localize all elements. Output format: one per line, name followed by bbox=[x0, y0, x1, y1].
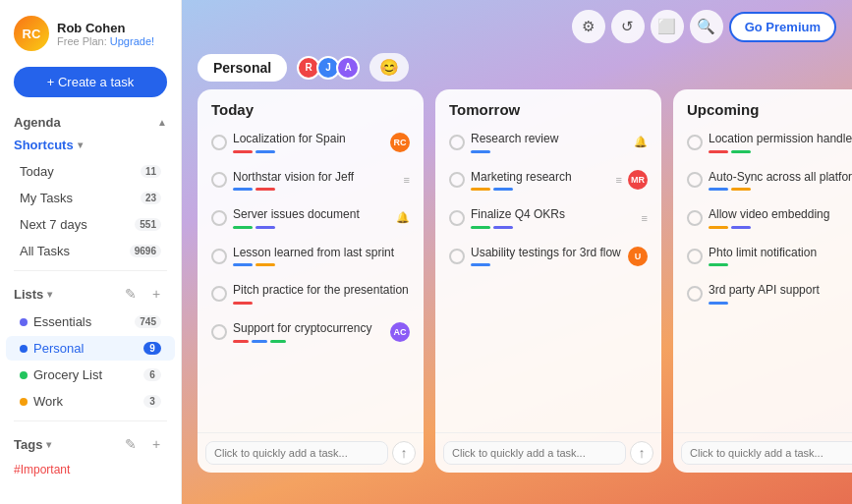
task-tags bbox=[471, 150, 628, 153]
upgrade-link[interactable]: Upgrade! bbox=[110, 35, 154, 47]
task-tags bbox=[471, 263, 622, 266]
board-avatars: R J A bbox=[297, 56, 360, 80]
task-avatar: U bbox=[628, 247, 648, 266]
task-checkbox[interactable] bbox=[687, 286, 703, 302]
edit-lists-button[interactable]: ✎ bbox=[120, 283, 142, 305]
go-premium-button[interactable]: Go Premium bbox=[729, 12, 836, 42]
add-tomorrow-task-button[interactable]: ↑ bbox=[630, 441, 653, 465]
task-item[interactable]: Server issues document 🔔 bbox=[205, 201, 416, 240]
task-label: Lesson learned from last sprint bbox=[233, 246, 410, 261]
task-item[interactable]: Pitch practice for the presentation bbox=[205, 277, 416, 315]
task-checkbox[interactable] bbox=[449, 135, 465, 150]
task-checkbox[interactable] bbox=[211, 324, 227, 340]
board-header: Personal R J A 😊 bbox=[182, 53, 852, 89]
task-label: Phto limit notification bbox=[709, 246, 852, 261]
task-tags bbox=[471, 188, 610, 191]
bell-icon: 🔔 bbox=[634, 136, 648, 148]
attachment-icon: ≡ bbox=[642, 212, 648, 224]
task-checkbox[interactable] bbox=[449, 172, 465, 188]
add-tag-button[interactable]: + bbox=[145, 433, 167, 455]
task-label: Allow video embedding bbox=[709, 207, 852, 223]
add-list-button[interactable]: + bbox=[145, 283, 167, 305]
task-checkbox[interactable] bbox=[211, 249, 227, 264]
search-icon-button[interactable]: 🔍 bbox=[690, 10, 723, 43]
task-label: 3rd party API support bbox=[709, 283, 852, 299]
personal-dot bbox=[20, 345, 28, 353]
profile-plan: Free Plan: Upgrade! bbox=[57, 35, 154, 47]
task-item[interactable]: Localization for Spain RC bbox=[205, 126, 416, 164]
sidebar-item-next-7-days[interactable]: Next 7 days 551 bbox=[6, 212, 175, 237]
task-checkbox[interactable] bbox=[211, 172, 227, 188]
main-content: ⚙ ↺ ⬜ 🔍 Go Premium Personal R J A 😊 Toda… bbox=[182, 0, 852, 504]
essentials-dot bbox=[20, 318, 28, 326]
task-avatar: MR bbox=[628, 170, 648, 190]
task-checkbox[interactable] bbox=[687, 172, 703, 188]
work-dot bbox=[20, 398, 28, 406]
sidebar-item-personal[interactable]: Personal 9 bbox=[6, 336, 175, 361]
column-today-header: Today bbox=[198, 89, 424, 126]
lists-title[interactable]: Lists ▾ bbox=[14, 287, 52, 302]
agenda-chevron-icon: ▲ bbox=[157, 117, 167, 128]
column-today: Today Localization for Spain RC bbox=[198, 89, 424, 473]
task-checkbox[interactable] bbox=[211, 286, 227, 302]
task-item[interactable]: Phto limit notification bbox=[681, 240, 852, 278]
task-checkbox[interactable] bbox=[687, 135, 703, 150]
task-item[interactable]: Allow video embedding bbox=[681, 201, 852, 240]
tomorrow-tasks-list: Research review 🔔 Marketing research bbox=[435, 126, 661, 432]
settings-icon-button[interactable]: ⚙ bbox=[572, 10, 605, 43]
agenda-section-title: Agenda ▲ bbox=[0, 111, 181, 136]
task-item[interactable]: Usability testings for 3rd flow U bbox=[443, 240, 653, 278]
board-emoji-button[interactable]: 😊 bbox=[369, 53, 409, 82]
task-label: Auto-Sync across all platforms bbox=[709, 170, 852, 186]
tags-chevron-icon: ▾ bbox=[46, 439, 51, 450]
divider-2 bbox=[14, 420, 167, 421]
profile-name: Rob Cohen bbox=[57, 21, 154, 35]
task-checkbox[interactable] bbox=[211, 210, 227, 226]
sidebar-item-today[interactable]: Today 11 bbox=[6, 159, 175, 184]
task-item[interactable]: 3rd party API support 🔔 bbox=[681, 277, 852, 315]
shortcuts-title[interactable]: Shortcuts ▾ bbox=[0, 136, 181, 158]
tag-important[interactable]: #Important bbox=[0, 459, 181, 480]
task-tags bbox=[233, 226, 390, 229]
task-checkbox[interactable] bbox=[687, 249, 703, 264]
refresh-icon-button[interactable]: ↺ bbox=[611, 10, 645, 43]
add-today-task-input[interactable] bbox=[205, 441, 388, 465]
sidebar-item-grocery-list[interactable]: Grocery List 6 bbox=[6, 363, 175, 387]
task-checkbox[interactable] bbox=[449, 249, 465, 264]
task-checkbox[interactable] bbox=[687, 210, 703, 226]
task-item[interactable]: Lesson learned from last sprint bbox=[205, 240, 416, 278]
view-icon-button[interactable]: ⬜ bbox=[651, 10, 684, 43]
column-upcoming-header: Upcoming bbox=[673, 89, 852, 126]
upcoming-column-footer: ↑ bbox=[673, 432, 852, 473]
add-tomorrow-task-input[interactable] bbox=[443, 441, 626, 465]
column-tomorrow: Tomorrow Research review 🔔 Market bbox=[435, 89, 661, 473]
top-bar: ⚙ ↺ ⬜ 🔍 Go Premium bbox=[182, 0, 852, 53]
add-upcoming-task-input[interactable] bbox=[681, 441, 852, 465]
task-item[interactable]: Research review 🔔 bbox=[443, 126, 653, 164]
task-item[interactable]: Finalize Q4 OKRs ≡ bbox=[443, 201, 653, 240]
task-tags bbox=[233, 150, 384, 153]
lists-chevron-icon: ▾ bbox=[47, 289, 52, 300]
task-tags bbox=[709, 188, 852, 191]
task-item[interactable]: Auto-Sync across all platforms bbox=[681, 164, 852, 202]
column-tomorrow-header: Tomorrow bbox=[435, 89, 661, 126]
add-today-task-button[interactable]: ↑ bbox=[392, 441, 416, 465]
task-tags bbox=[233, 263, 410, 266]
sidebar-item-my-tasks[interactable]: My Tasks 23 bbox=[6, 186, 175, 210]
task-checkbox[interactable] bbox=[211, 135, 227, 150]
sidebar-item-work[interactable]: Work 3 bbox=[6, 389, 175, 414]
tags-title[interactable]: Tags ▾ bbox=[14, 437, 51, 452]
task-tags bbox=[709, 226, 852, 229]
task-tags bbox=[709, 302, 852, 305]
sidebar-item-all-tasks[interactable]: All Tasks 9696 bbox=[6, 239, 175, 263]
task-item[interactable]: Northstar vision for Jeff ≡ bbox=[205, 164, 416, 202]
edit-tags-button[interactable]: ✎ bbox=[120, 433, 142, 455]
sidebar-item-essentials[interactable]: Essentials 745 bbox=[6, 309, 175, 334]
task-item[interactable]: Marketing research ≡ MR bbox=[443, 164, 653, 202]
task-item[interactable]: Support for cryptocurrency AC bbox=[205, 315, 416, 354]
create-task-button[interactable]: + Create a task bbox=[14, 67, 167, 97]
task-checkbox[interactable] bbox=[449, 210, 465, 226]
board-title: Personal bbox=[198, 54, 287, 82]
task-item[interactable]: Location permission handler bbox=[681, 126, 852, 164]
lists-header: Lists ▾ ✎ + bbox=[0, 277, 181, 308]
